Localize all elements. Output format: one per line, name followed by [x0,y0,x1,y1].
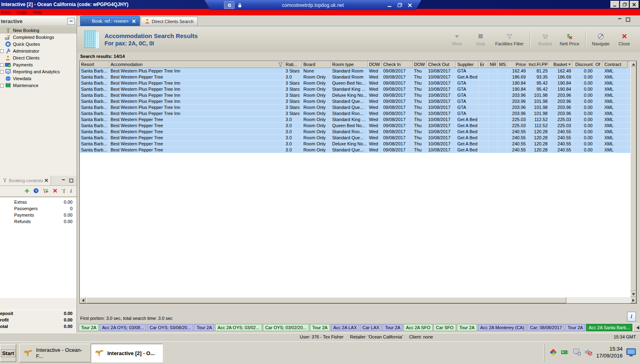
itinerary-tab-acc-2a-santa-barb[interactable]: Acc 2A Santa Barb... [586,324,632,331]
column-header-supplier[interactable]: Supplier [456,61,479,68]
sidebar-item-completed-bookings[interactable]: Completed Bookings [0,34,77,40]
taskbar-button-interactive-2-o[interactable]: Interactive [2] - O... [91,344,163,362]
tab-direct-clients-search[interactable]: Direct Clients Search [141,17,198,26]
menu-item-logs[interactable]: Logs [17,10,26,15]
table-row[interactable]: Santa Barb...Best Western Plus Pepper Tr… [80,68,630,74]
panel-area-minimize-button[interactable] [617,17,623,22]
itinerary-tab-tour-2a[interactable]: Tour 2A [194,324,214,331]
close-panel-icon[interactable] [45,178,48,183]
filter-funnel-icon[interactable] [278,62,283,67]
scroll-down-button[interactable] [630,291,636,297]
expand-box-icon[interactable] [0,70,4,74]
column-header-incl-fl-pp[interactable]: Incl.Fl.PP [527,61,549,68]
itinerary-scroll-left-button[interactable] [633,324,640,332]
column-header-accommodation[interactable]: Accommodation [109,61,284,68]
tab-book-ref-none[interactable]: Book. ref.: <none> [80,16,140,26]
network-card-tray-icon[interactable] [561,349,569,356]
sidebar-item-administrator[interactable]: Administrator [0,47,77,54]
sidebar-item-new-booking[interactable]: New Booking [0,27,77,34]
itinerary-tab-car-08-08-2017[interactable]: Car; 08/08/2017 [527,324,564,331]
taskbar-button-interactive-ocean-f[interactable]: Interactive - Ocean-F... [19,344,92,362]
itinerary-tab-tour-2a[interactable]: Tour 2A [382,324,403,331]
column-header-room-type[interactable]: Room type [331,61,368,68]
itinerary-tab-acc-2a-oys-03-02[interactable]: Acc 2A OYS; 03/02... [215,324,262,331]
horizontal-scrollbar[interactable] [80,297,636,303]
itinerary-tab-tour-2a[interactable]: Tour 2A [457,324,477,331]
table-row[interactable]: Santa Barb...Best Western Plus Pepper Tr… [80,80,630,86]
sidebar-item-viewdata[interactable]: Viewdata [0,75,77,82]
toolbar-button-close[interactable]: Close [612,29,636,49]
toolbar-button-navigate[interactable]: Navigate [589,29,612,49]
itinerary-tab-acc-2a-oys-03-08[interactable]: Acc 2A OYS; 03/08... [100,324,146,331]
close-button[interactable] [630,1,639,8]
sidebar-item-payments[interactable]: Payments [0,61,77,68]
add-item-icon[interactable] [24,188,30,194]
panel-minimize-button[interactable] [60,178,66,183]
column-header-er[interactable]: Er [479,61,489,68]
start-button[interactable]: Start [0,344,16,362]
sidebar-item-direct-clients[interactable]: Direct Clients [0,54,77,61]
table-row[interactable]: Santa Barb...Best Western Plus Pepper Tr… [80,104,630,111]
column-header-dow[interactable]: DOW [368,61,382,68]
collapse-sidebar-button[interactable] [67,18,75,25]
expand-box-icon[interactable] [0,49,4,53]
table-row[interactable]: Santa Barb...Best Western Pepper Tree3.0… [80,123,630,129]
info-icon[interactable]: i [70,188,72,194]
expand-box-icon[interactable] [0,63,4,67]
itinerary-tab-acc-2a-sfo[interactable]: Acc 2A SFO [403,324,433,331]
column-header-board[interactable]: Board [302,61,331,68]
menu-item-help[interactable]: Help [33,10,42,15]
itinerary-tab-tour-2a[interactable]: Tour 2A [565,324,585,331]
rdp-restore-button[interactable] [397,3,402,7]
horizontal-scroll-thumb[interactable] [86,297,566,303]
scroll-up-button[interactable] [630,61,636,67]
itinerary-tab-tour-2a[interactable]: Tour 2A [79,324,99,331]
column-header-resort[interactable]: Resort [80,61,109,68]
toolbar-button-nett-price[interactable]: $Nett Price [557,29,582,49]
toolbar-button-facilities-filter[interactable]: Facilities Filter [492,29,526,49]
column-header-discount[interactable]: Discount [573,61,594,68]
itinerary-tab-acc-2a-monterey-ca[interactable]: Acc 2A Monterey (CA) [478,324,527,331]
column-header-check-out[interactable]: Check Out [427,61,456,68]
column-header-check-in[interactable]: Check In [382,61,413,68]
quote-clock-icon[interactable] [33,188,39,194]
column-header-rati[interactable]: Rati... [284,61,302,68]
column-header-contract[interactable]: Contract [603,61,627,68]
tab-close-icon[interactable] [132,19,136,23]
panel-maximize-button[interactable] [68,178,74,183]
column-header-price[interactable]: Price [508,61,527,68]
table-row[interactable]: Santa Barb...Best Western Plus Pepper Tr… [80,92,630,98]
table-row[interactable]: Santa Barb...Best Western Pepper Tree3.0… [80,135,630,141]
scroll-right-button[interactable] [630,297,636,303]
expand-box-icon[interactable] [0,84,4,87]
rdp-close-button[interactable] [408,3,412,7]
vertical-scrollbar[interactable] [630,61,636,297]
itinerary-tab-car-oys-03-08-20[interactable]: Car OYS; 03/08/20... [147,324,193,331]
table-row[interactable]: Santa Barb...Best Western Plus Pepper Tr… [80,111,630,117]
restore-button[interactable] [620,1,629,8]
table-row[interactable]: Santa Barb...Best Western Pepper Tree3.0… [80,117,630,123]
panel-area-maximize-button[interactable] [625,17,631,22]
itinerary-tab-car-sfo[interactable]: Car SFO [433,324,456,331]
minimize-button[interactable] [610,1,619,8]
column-header-basket[interactable]: Basket [549,61,573,68]
column-header-ms[interactable]: MS [498,61,508,68]
basket-transfer-icon[interactable] [43,188,49,194]
itinerary-tab-tour-2a[interactable]: Tour 2A [310,324,330,331]
sidebar-item-maintenance[interactable]: Maintenance [0,82,77,89]
itinerary-tab-acc-2a-lax[interactable]: Acc 2A LAX [331,324,359,331]
column-header-nr[interactable]: NR [489,61,498,68]
sidebar-item-reporting-and-analytics[interactable]: Reporting and Analytics [0,68,77,75]
table-row[interactable]: Santa Barb...Best Western Pepper Tree3.0… [80,147,630,153]
antivirus-tray-icon[interactable] [549,348,557,357]
column-header-of[interactable]: Of [594,61,603,68]
rdp-minimize-button[interactable] [388,3,392,7]
table-row[interactable]: Santa Barb...Best Western Pepper Tree3.0… [80,141,630,147]
itinerary-tab-car-oys-03-02-20[interactable]: Car OYS; 03/02/20... [263,324,309,331]
menu-item-tions[interactable]: tions [1,10,10,15]
booking-contents-tab[interactable]: Booking contents [0,176,51,185]
vertical-scroll-thumb[interactable] [630,67,636,291]
sidebar-item-quick-quotes[interactable]: Quick Quotes [0,40,77,47]
palm-tree-icon[interactable] [61,188,66,194]
computer-tray-icon[interactable] [573,349,581,357]
